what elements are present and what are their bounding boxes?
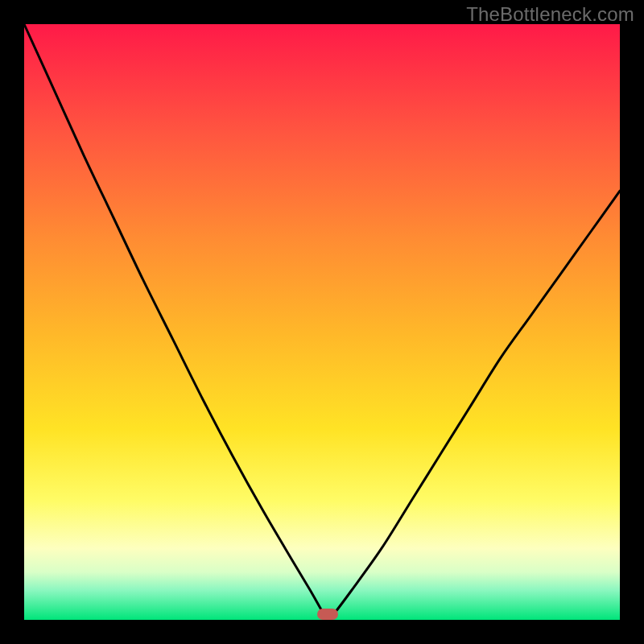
bottleneck-curve bbox=[24, 24, 620, 620]
minimum-marker bbox=[317, 609, 338, 620]
curve-svg bbox=[24, 24, 620, 620]
plot-area bbox=[24, 24, 620, 620]
chart-frame: TheBottleneck.com bbox=[0, 0, 644, 644]
watermark-text: TheBottleneck.com bbox=[466, 3, 634, 26]
